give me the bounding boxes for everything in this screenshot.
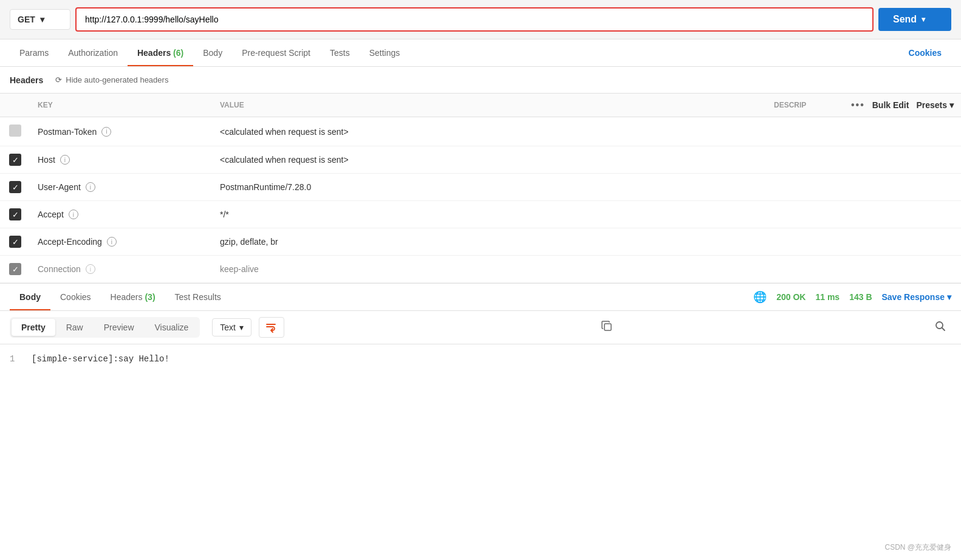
row-5-value: gzip, deflate, br xyxy=(213,228,767,256)
row-6-check[interactable]: ✓ xyxy=(0,256,30,283)
table-row: ✓ User-Agent i PostmanRuntime/7.28.0 xyxy=(0,174,961,201)
row-6-desc xyxy=(767,256,840,283)
row-3-value: PostmanRuntime/7.28.0 xyxy=(213,174,767,201)
th-actions: ••• Bulk Edit Presets ▾ xyxy=(840,94,961,117)
tab-headers[interactable]: Headers (6) xyxy=(128,39,193,66)
row-4-desc xyxy=(767,201,840,228)
globe-icon[interactable]: 🌐 xyxy=(753,290,767,304)
svg-rect-0 xyxy=(604,324,611,330)
checkbox-checked[interactable]: ✓ xyxy=(9,263,21,275)
copy-button[interactable] xyxy=(596,318,618,338)
row-4-key: Accept i xyxy=(30,201,213,228)
more-options-button[interactable]: ••• xyxy=(851,100,865,111)
row-2-actions xyxy=(840,146,961,174)
response-time: 11 ms xyxy=(815,292,840,302)
row-3-check[interactable]: ✓ xyxy=(0,174,30,201)
search-icon xyxy=(934,320,946,332)
th-key: KEY xyxy=(30,94,213,117)
row-1-actions xyxy=(840,117,961,146)
save-response-button[interactable]: Save Response ▾ xyxy=(882,292,952,302)
tab-params[interactable]: Params xyxy=(10,39,58,66)
svg-point-1 xyxy=(936,322,943,329)
text-format-select[interactable]: Text ▾ xyxy=(212,318,251,336)
table-row: ✓ Accept-Encoding i gzip, deflate, br xyxy=(0,228,961,256)
row-5-check[interactable]: ✓ xyxy=(0,228,30,256)
row-4-value: */* xyxy=(213,201,767,228)
headers-section-label: Headers xyxy=(10,75,43,85)
tab-cookies[interactable]: Cookies xyxy=(899,39,951,66)
checkbox-checked[interactable]: ✓ xyxy=(9,154,21,166)
hide-auto-icon: ⟳ xyxy=(55,75,62,84)
format-tab-pretty[interactable]: Pretty xyxy=(12,319,55,336)
row-5-desc xyxy=(767,228,840,256)
info-icon[interactable]: i xyxy=(86,264,95,274)
method-chevron-icon: ▾ xyxy=(40,15,44,24)
row-2-desc xyxy=(767,146,840,174)
headers-badge: (6) xyxy=(173,48,183,58)
row-6-value: keep-alive xyxy=(213,256,767,283)
hide-auto-button[interactable]: ⟳ Hide auto-generated headers xyxy=(50,73,173,87)
headers-sub-bar: Headers ⟳ Hide auto-generated headers xyxy=(0,67,961,94)
row-1-key: Postman-Token i xyxy=(30,117,213,146)
method-selector[interactable]: GET ▾ xyxy=(10,9,70,30)
send-button[interactable]: Send ▾ xyxy=(878,8,951,31)
response-status: 200 OK xyxy=(776,292,805,302)
row-3-actions xyxy=(840,174,961,201)
response-code-area: 1 [simple-service]:say Hello! xyxy=(0,344,961,405)
method-value: GET xyxy=(18,15,35,24)
table-row: Postman-Token i <calculated when request… xyxy=(0,117,961,146)
row-2-key: Host i xyxy=(30,146,213,174)
checkbox-unchecked[interactable] xyxy=(9,125,21,137)
th-description: DESCRIP xyxy=(767,94,840,117)
presets-chevron-icon: ▾ xyxy=(949,100,954,110)
row-2-value: <calculated when request is sent> xyxy=(213,146,767,174)
save-response-chevron-icon: ▾ xyxy=(947,292,951,302)
info-icon[interactable]: i xyxy=(60,155,70,165)
wrap-icon xyxy=(265,321,278,333)
row-2-check[interactable]: ✓ xyxy=(0,146,30,174)
row-5-key: Accept-Encoding i xyxy=(30,228,213,256)
row-4-check[interactable]: ✓ xyxy=(0,201,30,228)
text-format-chevron-icon: ▾ xyxy=(239,323,244,332)
tab-authorization[interactable]: Authorization xyxy=(58,39,128,66)
row-5-actions xyxy=(840,228,961,256)
response-tab-cookies[interactable]: Cookies xyxy=(50,284,101,310)
row-6-key: Connection i xyxy=(30,256,213,283)
line-number: 1 xyxy=(10,354,22,364)
row-1-value: <calculated when request is sent> xyxy=(213,117,767,146)
row-1-desc xyxy=(767,117,840,146)
info-icon[interactable]: i xyxy=(86,182,95,192)
info-icon[interactable]: i xyxy=(69,210,78,219)
info-icon[interactable]: i xyxy=(107,237,117,247)
bulk-edit-button[interactable]: Bulk Edit xyxy=(872,100,909,110)
checkbox-checked[interactable]: ✓ xyxy=(9,208,21,220)
code-content: [simple-service]:say Hello! xyxy=(32,354,169,364)
tab-pre-request[interactable]: Pre-request Script xyxy=(232,39,320,66)
format-tab-visualize[interactable]: Visualize xyxy=(145,319,199,336)
response-size: 143 B xyxy=(849,292,872,302)
format-tab-raw[interactable]: Raw xyxy=(56,319,93,336)
row-1-check[interactable] xyxy=(0,117,30,146)
send-chevron-icon: ▾ xyxy=(922,15,925,24)
wrap-button[interactable] xyxy=(259,317,284,338)
headers-table: KEY VALUE DESCRIP ••• Bulk Edit Presets … xyxy=(0,94,961,283)
th-check xyxy=(0,94,30,117)
url-input-wrapper xyxy=(75,7,874,32)
url-input[interactable] xyxy=(77,9,872,30)
response-tab-body[interactable]: Body xyxy=(10,284,50,310)
table-row: ✓ Accept i */* xyxy=(0,201,961,228)
tab-settings[interactable]: Settings xyxy=(360,39,410,66)
checkbox-checked[interactable]: ✓ xyxy=(9,181,21,193)
presets-button[interactable]: Presets ▾ xyxy=(916,100,954,110)
format-tabs: Pretty Raw Preview Visualize xyxy=(10,317,200,338)
response-tab-test-results[interactable]: Test Results xyxy=(165,284,231,310)
row-3-desc xyxy=(767,174,840,201)
response-tabs-row: Body Cookies Headers (3) Test Results 🌐 … xyxy=(0,283,961,311)
tab-body[interactable]: Body xyxy=(193,39,232,66)
checkbox-checked[interactable]: ✓ xyxy=(9,236,21,248)
format-tab-preview[interactable]: Preview xyxy=(94,319,144,336)
info-icon[interactable]: i xyxy=(101,127,111,137)
search-button[interactable] xyxy=(929,318,951,338)
tab-tests[interactable]: Tests xyxy=(320,39,360,66)
response-tab-headers[interactable]: Headers (3) xyxy=(101,284,165,310)
